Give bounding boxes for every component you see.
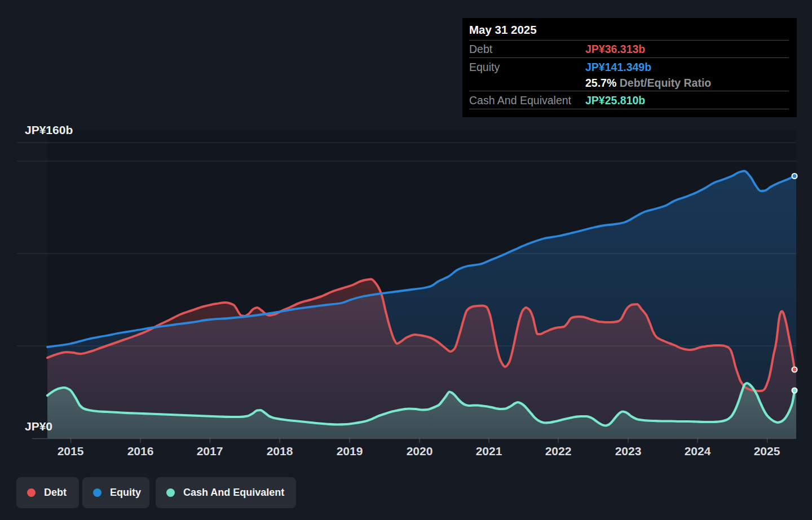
svg-text:JP¥0: JP¥0 <box>25 420 52 433</box>
svg-text:2016: 2016 <box>127 445 154 457</box>
svg-text:2025: 2025 <box>754 445 780 457</box>
svg-text:2017: 2017 <box>197 445 223 457</box>
svg-text:2015: 2015 <box>58 445 84 457</box>
svg-text:2022: 2022 <box>545 445 572 457</box>
svg-text:2021: 2021 <box>476 445 502 457</box>
svg-text:2019: 2019 <box>337 445 363 457</box>
svg-text:2018: 2018 <box>267 445 293 457</box>
svg-text:2020: 2020 <box>407 445 433 457</box>
svg-text:2024: 2024 <box>685 445 711 457</box>
svg-text:JP¥160b: JP¥160b <box>25 123 73 136</box>
svg-text:2023: 2023 <box>615 445 642 457</box>
